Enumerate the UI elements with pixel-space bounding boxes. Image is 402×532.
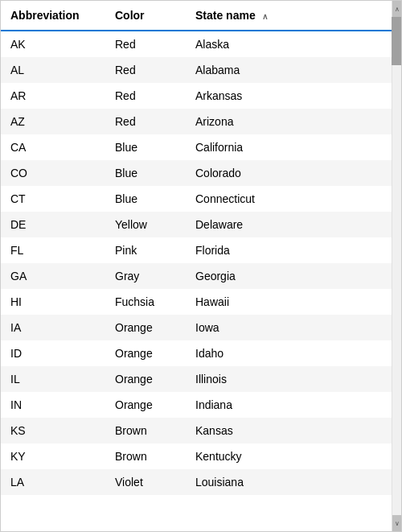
table-row: CABlueCalifornia — [1, 134, 392, 160]
table-row: INOrangeIndiana — [1, 392, 392, 418]
cell-color: Blue — [105, 186, 186, 212]
cell-abbreviation: CA — [1, 134, 105, 160]
col-state-name-label: State name — [195, 9, 256, 22]
table-row: GAGrayGeorgia — [1, 263, 392, 289]
states-table: Abbreviation Color State name ∧ AKRedAla… — [1, 1, 392, 495]
cell-abbreviation: AR — [1, 83, 105, 109]
cell-abbreviation: LA — [1, 469, 105, 495]
cell-abbreviation: ID — [1, 340, 105, 366]
col-color-label: Color — [115, 9, 145, 22]
cell-abbreviation: FL — [1, 237, 105, 263]
table-row: KSBrownKansas — [1, 418, 392, 443]
cell-state-name: Kansas — [186, 418, 392, 443]
cell-abbreviation: AZ — [1, 109, 105, 134]
cell-state-name: Arizona — [186, 109, 392, 134]
cell-abbreviation: GA — [1, 263, 105, 289]
cell-abbreviation: IN — [1, 392, 105, 418]
cell-abbreviation: AL — [1, 57, 105, 83]
scrollbar-up-button[interactable]: ∧ — [392, 1, 401, 17]
col-abbreviation[interactable]: Abbreviation — [1, 1, 105, 31]
table-row: ARRedArkansas — [1, 83, 392, 109]
cell-state-name: Delaware — [186, 212, 392, 237]
scrollbar-thumb[interactable] — [392, 17, 401, 65]
table-row: DEYellowDelaware — [1, 212, 392, 237]
table-row: COBlueColorado — [1, 160, 392, 186]
cell-state-name: Alaska — [186, 31, 392, 57]
table-row: ILOrangeIllinois — [1, 366, 392, 392]
table-header: Abbreviation Color State name ∧ — [1, 1, 392, 31]
cell-state-name: Georgia — [186, 263, 392, 289]
cell-abbreviation: IA — [1, 315, 105, 340]
cell-color: Red — [105, 83, 186, 109]
table-row: AKRedAlaska — [1, 31, 392, 57]
cell-state-name: Colorado — [186, 160, 392, 186]
cell-color: Blue — [105, 134, 186, 160]
cell-color: Red — [105, 57, 186, 83]
cell-abbreviation: KY — [1, 443, 105, 469]
table-row: HIFuchsiaHawaii — [1, 289, 392, 315]
cell-color: Red — [105, 31, 186, 57]
cell-state-name: Kentucky — [186, 443, 392, 469]
cell-abbreviation: CT — [1, 186, 105, 212]
cell-color: Blue — [105, 160, 186, 186]
col-state-name[interactable]: State name ∧ — [186, 1, 392, 31]
cell-abbreviation: KS — [1, 418, 105, 443]
cell-color: Orange — [105, 340, 186, 366]
cell-state-name: California — [186, 134, 392, 160]
cell-color: Orange — [105, 315, 186, 340]
table-container: Abbreviation Color State name ∧ AKRedAla… — [0, 0, 402, 532]
cell-state-name: Florida — [186, 237, 392, 263]
cell-color: Pink — [105, 237, 186, 263]
cell-state-name: Indiana — [186, 392, 392, 418]
sort-icon: ∧ — [262, 12, 268, 21]
cell-state-name: Illinois — [186, 366, 392, 392]
cell-color: Yellow — [105, 212, 186, 237]
table-row: IAOrangeIowa — [1, 315, 392, 340]
cell-color: Brown — [105, 418, 186, 443]
cell-abbreviation: AK — [1, 31, 105, 57]
cell-color: Orange — [105, 392, 186, 418]
cell-state-name: Idaho — [186, 340, 392, 366]
cell-abbreviation: HI — [1, 289, 105, 315]
cell-color: Gray — [105, 263, 186, 289]
col-color[interactable]: Color — [105, 1, 186, 31]
scrollbar-track: ∧ ∨ — [392, 1, 401, 531]
col-abbreviation-label: Abbreviation — [10, 9, 80, 22]
cell-state-name: Alabama — [186, 57, 392, 83]
scrollbar-down-button[interactable]: ∨ — [392, 515, 401, 531]
cell-state-name: Hawaii — [186, 289, 392, 315]
table-row: AZRedArizona — [1, 109, 392, 134]
cell-abbreviation: DE — [1, 212, 105, 237]
cell-state-name: Arkansas — [186, 83, 392, 109]
table-body: AKRedAlaskaALRedAlabamaARRedArkansasAZRe… — [1, 31, 392, 495]
table-row: CTBlueConnecticut — [1, 186, 392, 212]
table-row: FLPinkFlorida — [1, 237, 392, 263]
table-row: IDOrangeIdaho — [1, 340, 392, 366]
cell-abbreviation: CO — [1, 160, 105, 186]
cell-color: Orange — [105, 366, 186, 392]
cell-color: Violet — [105, 469, 186, 495]
cell-color: Brown — [105, 443, 186, 469]
table-row: ALRedAlabama — [1, 57, 392, 83]
table-row: KYBrownKentucky — [1, 443, 392, 469]
cell-state-name: Louisiana — [186, 469, 392, 495]
cell-state-name: Iowa — [186, 315, 392, 340]
table-row: LAVioletLouisiana — [1, 469, 392, 495]
cell-color: Fuchsia — [105, 289, 186, 315]
cell-state-name: Connecticut — [186, 186, 392, 212]
cell-abbreviation: IL — [1, 366, 105, 392]
table-wrapper: Abbreviation Color State name ∧ AKRedAla… — [1, 1, 392, 531]
cell-color: Red — [105, 109, 186, 134]
